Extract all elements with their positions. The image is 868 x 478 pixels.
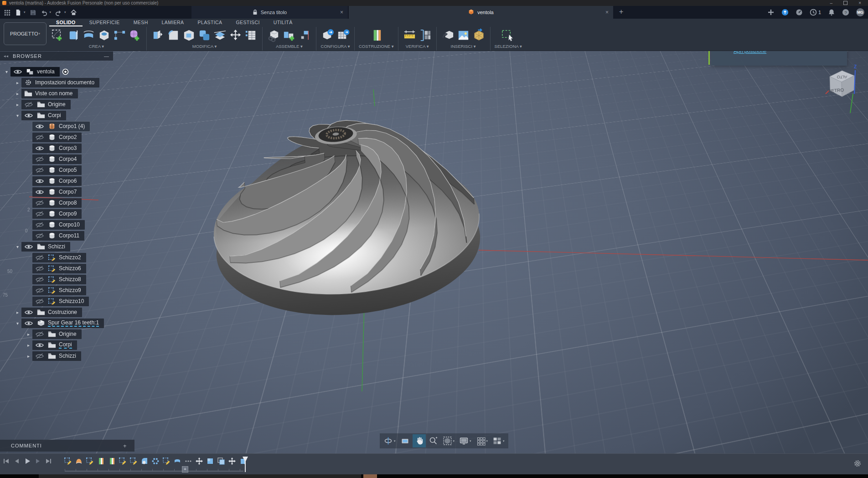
add-comment-button[interactable]: + <box>123 442 127 449</box>
skip-end-icon[interactable] <box>45 458 52 466</box>
item-chip[interactable]: Corpi <box>32 340 77 350</box>
chevron-down-icon[interactable]: ▾ <box>470 439 471 443</box>
group-label[interactable]: SELEZIONA ▾ <box>495 44 522 49</box>
item-label[interactable]: Corpo4 <box>59 156 77 162</box>
viewport-scene[interactable]: 205075 ALTO RETRO Z <box>0 51 868 453</box>
ribbon-tab-mesh[interactable]: MESH <box>127 19 155 26</box>
configure-icon[interactable] <box>320 28 335 42</box>
item-chip[interactable]: Schizzo6 <box>32 264 86 273</box>
hole-icon[interactable] <box>97 28 111 42</box>
tab-ventola[interactable]: ventola × <box>349 6 613 19</box>
browser-item-schizzo9[interactable]: Schizzo9 <box>0 285 114 296</box>
chevron-down-icon[interactable]: ▾ <box>64 10 66 14</box>
chevron-right-icon[interactable]: ▸ <box>14 80 21 85</box>
item-label[interactable]: Schizzo8 <box>59 276 81 283</box>
browser-item-costruzione[interactable]: ▸Costruzione <box>0 307 114 318</box>
item-label[interactable]: Corpo10 <box>59 221 80 228</box>
item-label[interactable]: Schizzo2 <box>59 254 81 261</box>
item-label[interactable]: Schizzo6 <box>59 265 81 272</box>
browser-item-impostazioni-documento[interactable]: ▸Impostazioni documento <box>0 77 114 88</box>
browser-item-viste-con-nome[interactable]: ▸Viste con nome <box>0 88 114 99</box>
item-label[interactable]: Schizzi <box>48 243 65 250</box>
move-icon[interactable] <box>228 28 243 42</box>
pattern-icon[interactable] <box>113 28 127 42</box>
browser-item-schizzo2[interactable]: Schizzo2 <box>0 252 114 263</box>
item-chip[interactable]: Schizzo2 <box>32 253 86 262</box>
redo-icon[interactable] <box>55 9 62 16</box>
timeline-feature-move[interactable] <box>228 457 236 465</box>
canvas-image-icon[interactable] <box>456 28 470 42</box>
timeline-feature-circular-pattern[interactable] <box>151 457 160 465</box>
tab-senza-titolo[interactable]: Senza titolo × <box>191 6 348 19</box>
item-label[interactable]: Spur Gear 16 teeth:1 <box>48 319 99 327</box>
item-label[interactable]: Corpi <box>48 112 61 118</box>
project-button[interactable]: PROGETTO▾ <box>4 22 46 45</box>
browser-item-corpo8[interactable]: Corpo8 <box>0 197 114 208</box>
eye-hidden-icon[interactable] <box>35 277 45 283</box>
timeline-feature-box[interactable] <box>206 457 214 465</box>
browser-item-corpo9[interactable]: Corpo9 <box>0 208 114 219</box>
browser-item-schizzo10[interactable]: Schizzo10 <box>0 296 114 307</box>
eye-hidden-icon[interactable] <box>35 298 45 304</box>
play-icon[interactable] <box>24 458 31 466</box>
timeline-playhead[interactable] <box>242 457 248 472</box>
group-label[interactable]: MODIFICA ▾ <box>192 44 217 49</box>
item-chip[interactable]: Corpo3 <box>32 144 82 153</box>
item-label[interactable]: Corpo6 <box>59 178 77 184</box>
chevron-down-icon[interactable]: ▾ <box>14 113 21 118</box>
minimize-panel-icon[interactable]: — <box>104 53 109 59</box>
item-chip[interactable]: Schizzi <box>21 242 70 252</box>
step-back-icon[interactable] <box>14 458 20 466</box>
eye-hidden-icon[interactable] <box>35 211 45 217</box>
timeline-feature-move[interactable] <box>195 457 203 465</box>
eye-visible-icon[interactable] <box>24 320 34 326</box>
browser-item-spur-gear-16-teeth-1[interactable]: ▾Spur Gear 16 teeth:1 <box>0 318 114 329</box>
chevron-down-icon[interactable]: ▾ <box>50 10 52 14</box>
ribbon-tab-utilità[interactable]: UTILITÀ <box>267 19 300 26</box>
item-label[interactable]: Schizzo10 <box>59 298 84 304</box>
chevron-down-icon[interactable]: ▾ <box>486 439 488 443</box>
config-table-icon[interactable] <box>336 28 350 42</box>
section-icon[interactable] <box>418 28 432 42</box>
file-new-icon[interactable] <box>15 9 21 16</box>
timeline-feature-sketch[interactable] <box>86 457 94 465</box>
chevron-right-icon[interactable]: ▸ <box>25 332 32 337</box>
item-chip[interactable]: Schizzo8 <box>32 275 86 284</box>
chevron-down-icon[interactable]: ▾ <box>3 69 10 74</box>
timeline-position-marker[interactable]: + <box>182 466 188 473</box>
timeline-feature-sketch[interactable] <box>162 457 170 465</box>
item-label[interactable]: Corpo11 <box>59 232 79 239</box>
maximize-icon[interactable] <box>843 1 847 5</box>
avatar[interactable]: MG <box>856 8 864 16</box>
ribbon-tab-superficie[interactable]: SUPERFICIE <box>83 19 127 26</box>
browser-item-corpi[interactable]: ▸Corpi <box>0 339 114 350</box>
browser-item-schizzi[interactable]: ▾Schizzi <box>0 241 114 252</box>
parameters-icon[interactable] <box>244 28 258 42</box>
eye-hidden-icon[interactable] <box>35 167 45 173</box>
eye-hidden-icon[interactable] <box>35 255 45 261</box>
skip-start-icon[interactable] <box>3 458 10 466</box>
item-chip[interactable]: Corpo11 <box>32 231 84 241</box>
browser-item-corpo4[interactable]: Corpo4 <box>0 154 114 164</box>
close-tab-icon[interactable]: × <box>340 9 343 15</box>
ribbon-tab-plastica[interactable]: PLASTICA <box>191 19 229 26</box>
item-label[interactable]: Corpo9 <box>59 211 77 217</box>
eye-hidden-icon[interactable] <box>35 200 45 206</box>
item-chip[interactable]: Corpo8 <box>32 198 82 208</box>
close-tab-icon[interactable]: × <box>605 9 609 15</box>
group-label[interactable]: VERIFICA ▾ <box>406 44 429 49</box>
eye-visible-icon[interactable] <box>35 178 45 184</box>
item-label[interactable]: Corpo5 <box>59 167 77 173</box>
new-tab-button[interactable]: + <box>619 8 623 16</box>
browser-item-corpo11[interactable]: Corpo11 <box>0 230 114 241</box>
eye-hidden-icon[interactable] <box>35 331 45 337</box>
item-label[interactable]: Costruzione <box>48 309 77 315</box>
browser-item-corpi[interactable]: ▾Corpi <box>0 110 114 121</box>
item-chip[interactable]: Corpo1 (4) <box>32 122 90 131</box>
item-chip[interactable]: Spur Gear 16 teeth:1 <box>21 319 104 328</box>
item-chip[interactable]: Origine <box>21 100 71 109</box>
item-chip[interactable]: Corpo4 <box>32 154 82 164</box>
browser-item-schizzi[interactable]: ▸Schizzi <box>0 350 114 361</box>
eye-visible-icon[interactable] <box>35 145 45 151</box>
chevron-down-icon[interactable]: ▾ <box>453 439 455 443</box>
